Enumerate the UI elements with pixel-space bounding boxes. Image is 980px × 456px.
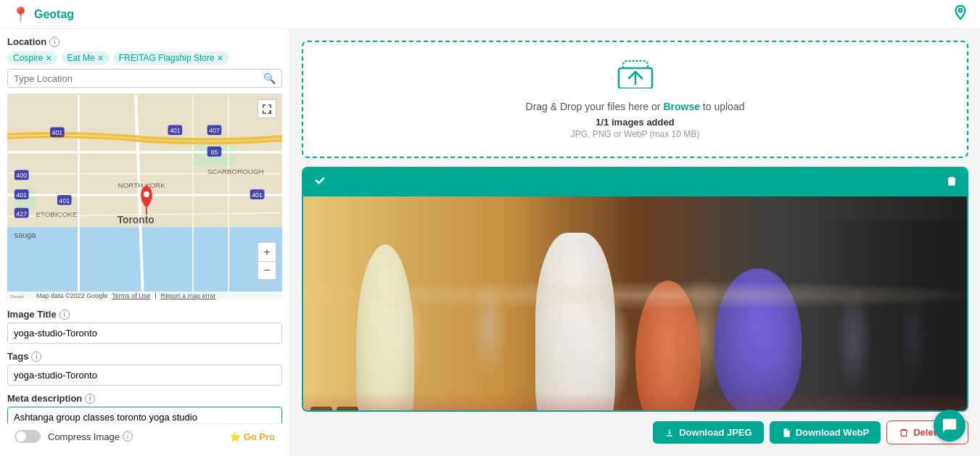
chat-bubble-button[interactable]: [934, 410, 965, 442]
map-data-text: Map data ©2022 Google: [36, 292, 107, 299]
svg-text:401: 401: [52, 129, 63, 136]
location-info-icon[interactable]: i: [49, 37, 59, 47]
svg-text:401: 401: [170, 127, 181, 134]
logo-text: Geotag: [34, 8, 74, 21]
download-jpeg-button[interactable]: Download JPEG: [653, 421, 763, 444]
preview-overlay: [310, 407, 358, 412]
tags-text: Tags: [7, 351, 28, 362]
main-layout: Location i Cospire × Eat Me × FREITAG Fl…: [0, 29, 980, 456]
preview-image: [303, 196, 967, 412]
location-search-input[interactable]: [14, 73, 263, 84]
drop-text: Drag & Drop your files here or Browse to…: [526, 101, 745, 112]
drop-instruction: Drag & Drop your files here or: [526, 101, 664, 112]
info-overlay-icon[interactable]: [337, 407, 358, 412]
tags-field-label: Tags i: [7, 351, 282, 362]
svg-text:sauga: sauga: [15, 231, 36, 239]
meta-desc-info-icon[interactable]: i: [85, 394, 95, 404]
location-tags-row: Cospire × Eat Me × FREITAG Flagship Stor…: [7, 51, 282, 65]
preview-check-icon: [312, 173, 328, 192]
go-pro-button[interactable]: ⭐ Go Pro: [229, 431, 275, 442]
svg-text:427: 427: [16, 210, 27, 217]
location-search-box[interactable]: 🔍: [7, 69, 282, 88]
preview-header: [303, 168, 967, 196]
search-icon: 🔍: [263, 72, 276, 84]
map-expand-button[interactable]: [258, 99, 276, 118]
compress-info-icon[interactable]: i: [123, 431, 133, 442]
tag-close-freitag[interactable]: ×: [218, 53, 223, 63]
svg-text:401: 401: [59, 197, 70, 204]
logo-pin-icon: 📍: [12, 6, 30, 23]
location-text: Location: [7, 36, 46, 47]
download-overlay-icon[interactable]: [310, 407, 332, 412]
svg-text:400: 400: [16, 172, 27, 179]
left-panel: Location i Cospire × Eat Me × FREITAG Fl…: [0, 29, 290, 456]
drop-after-text: to upload: [703, 101, 745, 112]
compress-toggle[interactable]: [15, 430, 41, 443]
tags-input[interactable]: [7, 365, 282, 386]
map-zoom-in-button[interactable]: +: [258, 242, 276, 261]
svg-point-39: [313, 173, 327, 188]
upload-icon: [617, 59, 654, 95]
tag-label: FREITAG Flagship Store: [119, 53, 215, 63]
image-title-text: Image Title: [7, 309, 57, 320]
svg-text:Google: Google: [10, 294, 25, 299]
map-container: Toronto ETOBICOKE NORTH YORK SCARBOROUGH…: [7, 94, 282, 300]
header-right-icon[interactable]: [952, 4, 968, 24]
svg-point-0: [959, 9, 963, 12]
svg-text:Toronto: Toronto: [118, 215, 155, 225]
map-svg: Toronto ETOBICOKE NORTH YORK SCARBOROUGH…: [7, 94, 282, 300]
image-title-info-icon[interactable]: i: [59, 310, 70, 320]
preview-delete-button[interactable]: [945, 175, 958, 191]
map-separator: |: [155, 292, 156, 299]
star-icon: ⭐: [229, 431, 241, 442]
svg-point-35: [144, 191, 149, 197]
compress-label: Compress Image i: [48, 431, 133, 442]
tag-chip-eatme: Eat Me ×: [62, 51, 110, 65]
image-preview-container: [302, 167, 968, 412]
tag-label: Cospire: [13, 53, 43, 63]
meta-desc-label: Meta description i: [7, 393, 282, 404]
svg-text:65: 65: [211, 149, 218, 156]
image-title-input[interactable]: [7, 323, 282, 344]
drop-hint: JPG, PNG or WebP (max 10 MB): [571, 129, 700, 139]
tag-chip-freitag: FREITAG Flagship Store ×: [113, 51, 229, 65]
download-jpeg-label: Download JPEG: [679, 427, 752, 438]
go-pro-text: Go Pro: [244, 431, 275, 442]
browse-link[interactable]: Browse: [663, 101, 700, 112]
image-title-label: Image Title i: [7, 309, 282, 320]
header: 📍 Geotag: [0, 0, 980, 29]
svg-text:ETOBICOKE: ETOBICOKE: [36, 210, 78, 218]
bottom-bar: Compress Image i ⭐ Go Pro: [7, 423, 282, 449]
svg-rect-1: [7, 227, 282, 298]
tag-label: Eat Me: [67, 53, 95, 63]
compress-text: Compress Image: [48, 431, 120, 442]
download-webp-button[interactable]: Download WebP: [770, 421, 881, 444]
action-bar: Download JPEG Download WebP Delete All: [302, 420, 968, 444]
svg-text:401: 401: [252, 191, 263, 199]
svg-text:407: 407: [209, 127, 220, 134]
toggle-knob: [16, 431, 26, 442]
map-terms-text[interactable]: Terms of Use: [112, 292, 150, 299]
map-footer: Google Map data ©2022 Google Terms of Us…: [7, 291, 282, 300]
images-count: 1/1 images added: [596, 117, 674, 128]
map-zoom-out-button[interactable]: −: [258, 261, 276, 280]
svg-text:NORTH YORK: NORTH YORK: [118, 181, 166, 189]
tag-close-eatme[interactable]: ×: [98, 53, 104, 63]
map-zoom-controls: + −: [258, 242, 276, 280]
meta-desc-text: Meta description: [7, 393, 82, 404]
location-label: Location i: [7, 36, 282, 47]
tag-close-cospire[interactable]: ×: [46, 53, 52, 63]
tag-chip-cospire: Cospire ×: [7, 51, 58, 65]
svg-text:401: 401: [16, 191, 27, 199]
map-report-text[interactable]: Report a map error: [161, 292, 216, 299]
download-webp-label: Download WebP: [796, 427, 870, 438]
right-panel: Drag & Drop your files here or Browse to…: [290, 29, 980, 456]
svg-text:SCARBOROUGH: SCARBOROUGH: [207, 167, 264, 175]
tags-info-icon[interactable]: i: [31, 352, 41, 362]
drop-zone[interactable]: Drag & Drop your files here or Browse to…: [302, 41, 968, 158]
logo: 📍 Geotag: [12, 6, 74, 23]
